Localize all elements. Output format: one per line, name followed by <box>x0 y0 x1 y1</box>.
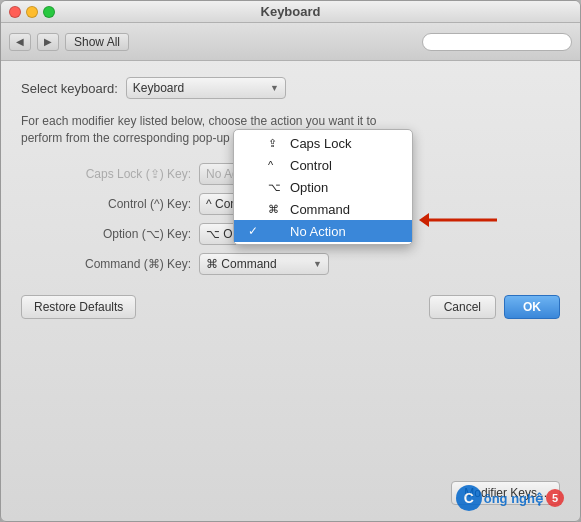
back-icon: ◀ <box>16 36 24 47</box>
watermark-number: 5 <box>546 489 564 507</box>
close-button[interactable] <box>9 6 21 18</box>
bottom-buttons: Restore Defaults Cancel OK <box>21 295 560 319</box>
capslock-icon: ⇪ <box>268 137 284 150</box>
traffic-lights <box>9 6 55 18</box>
show-all-button[interactable]: Show All <box>65 33 129 51</box>
dropdown-item-option[interactable]: ⌥ Option <box>234 176 412 198</box>
keyboard-label: Select keyboard: <box>21 81 118 96</box>
forward-button[interactable]: ▶ <box>37 33 59 51</box>
titlebar: Keyboard <box>1 1 580 23</box>
option-icon: ⌥ <box>268 181 284 194</box>
dropdown-item-command[interactable]: ⌘ Command <box>234 198 412 220</box>
watermark: C ông nghệ 5 <box>456 485 564 511</box>
ok-button[interactable]: OK <box>504 295 560 319</box>
toolbar: ◀ ▶ Show All <box>1 23 580 61</box>
command-item-label: Command <box>290 202 350 217</box>
command-row: Command (⌘) Key: ⌘ Command ▼ <box>31 253 560 275</box>
command-value: ⌘ Command <box>206 257 277 271</box>
control-item-label: Control <box>290 158 332 173</box>
control-icon: ^ <box>268 159 284 171</box>
caps-lock-dropdown-menu: ⇪ Caps Lock ^ Control ⌥ Option ⌘ Command… <box>233 129 413 245</box>
command-icon: ⌘ <box>268 203 284 216</box>
caps-lock-label: Caps Lock (⇪) Key: <box>31 167 191 181</box>
keyboard-select-row: Select keyboard: Keyboard ▼ <box>21 77 560 99</box>
minimize-button[interactable] <box>26 6 38 18</box>
cancel-button[interactable]: Cancel <box>429 295 496 319</box>
dropdown-item-noaction[interactable]: ✓ No Action <box>234 220 412 242</box>
watermark-circle: C <box>456 485 482 511</box>
command-label: Command (⌘) Key: <box>31 257 191 271</box>
option-label: Option (⌥) Key: <box>31 227 191 241</box>
capslock-item-label: Caps Lock <box>290 136 351 151</box>
control-label: Control (^) Key: <box>31 197 191 211</box>
keyboard-dropdown[interactable]: Keyboard ▼ <box>126 77 286 99</box>
check-icon: ✓ <box>248 224 262 238</box>
watermark-letter: C <box>464 490 474 506</box>
chevron-down-icon: ▼ <box>270 83 279 93</box>
window-title: Keyboard <box>261 4 321 19</box>
dropdown-item-control[interactable]: ^ Control <box>234 154 412 176</box>
command-dropdown[interactable]: ⌘ Command ▼ <box>199 253 329 275</box>
search-box <box>422 33 572 51</box>
search-input[interactable] <box>429 36 565 48</box>
watermark-text: ông nghệ <box>484 491 543 506</box>
maximize-button[interactable] <box>43 6 55 18</box>
noaction-item-label: No Action <box>290 224 346 239</box>
option-item-label: Option <box>290 180 328 195</box>
main-window: Keyboard ◀ ▶ Show All Select keyboard: K… <box>0 0 581 522</box>
forward-icon: ▶ <box>44 36 52 47</box>
dropdown-item-capslock[interactable]: ⇪ Caps Lock <box>234 132 412 154</box>
content-area: Select keyboard: Keyboard ▼ For each mod… <box>1 61 580 521</box>
restore-defaults-button[interactable]: Restore Defaults <box>21 295 136 319</box>
back-button[interactable]: ◀ <box>9 33 31 51</box>
keyboard-value: Keyboard <box>133 81 184 95</box>
chevron-down-icon: ▼ <box>313 259 322 269</box>
